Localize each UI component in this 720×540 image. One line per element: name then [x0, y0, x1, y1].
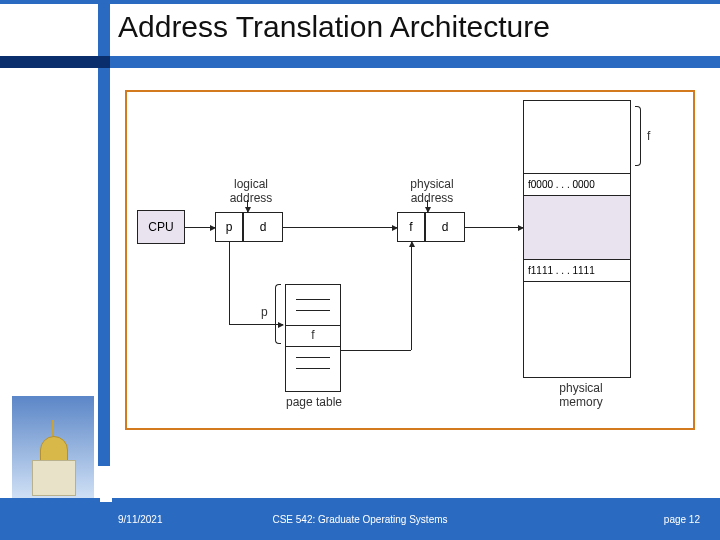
- footer-page: page 12: [664, 514, 700, 525]
- page-table-label: page table: [283, 396, 345, 410]
- brace-p-label: p: [261, 306, 268, 320]
- line-p-down: [229, 242, 230, 324]
- left-vertical-bar: [98, 4, 110, 466]
- page-table: f: [285, 284, 341, 392]
- arrow-d-to-d: [283, 227, 397, 228]
- address-translation-diagram: CPU p d logical address f d physical add…: [125, 90, 695, 430]
- arrow-cpu-to-logical: [185, 227, 215, 228]
- brace-p: [275, 284, 281, 344]
- logical-d-label: d: [260, 220, 267, 234]
- slide-title: Address Translation Architecture: [118, 10, 550, 44]
- title-bar-right: [98, 56, 720, 68]
- cpu-label: CPU: [148, 220, 173, 234]
- physical-address-label: physical address: [397, 178, 467, 206]
- arrow-logaddr-label: [247, 200, 248, 212]
- brace-f-label: f: [647, 130, 650, 144]
- physical-f-box: f: [397, 212, 425, 242]
- brace-f: [635, 106, 641, 166]
- line-f-up: [411, 242, 412, 350]
- cpu-box: CPU: [137, 210, 185, 244]
- logical-p-label: p: [226, 220, 233, 234]
- logical-d-box: d: [243, 212, 283, 242]
- arrow-physaddr-label: [427, 200, 428, 212]
- title-bar-left: [0, 56, 98, 68]
- footer-course: CSE 542: Graduate Operating Systems: [0, 514, 720, 525]
- logical-p-box: p: [215, 212, 243, 242]
- line-f-right: [341, 350, 411, 351]
- arrow-to-memory: [465, 227, 523, 228]
- footer-accent: [100, 490, 112, 502]
- physical-memory: f0000 . . . 0000 f1111 . . . 1111: [523, 100, 631, 378]
- physical-f-label: f: [409, 220, 412, 234]
- footer-bar: 9/11/2021 CSE 542: Graduate Operating Sy…: [0, 500, 720, 540]
- page-table-f-label: f: [311, 329, 314, 343]
- logo-dome-icon: [12, 396, 94, 498]
- slide: Address Translation Architecture CPU p d…: [0, 0, 720, 540]
- physical-d-box: d: [425, 212, 465, 242]
- frame-top-label: f0000 . . . 0000: [528, 179, 595, 190]
- frame-bottom-label: f1111 . . . 1111: [528, 265, 595, 276]
- physical-memory-label: physical memory: [541, 382, 621, 410]
- title-bar-corner: [98, 56, 110, 68]
- logical-address-label: logical address: [219, 178, 283, 206]
- physical-d-label: d: [442, 220, 449, 234]
